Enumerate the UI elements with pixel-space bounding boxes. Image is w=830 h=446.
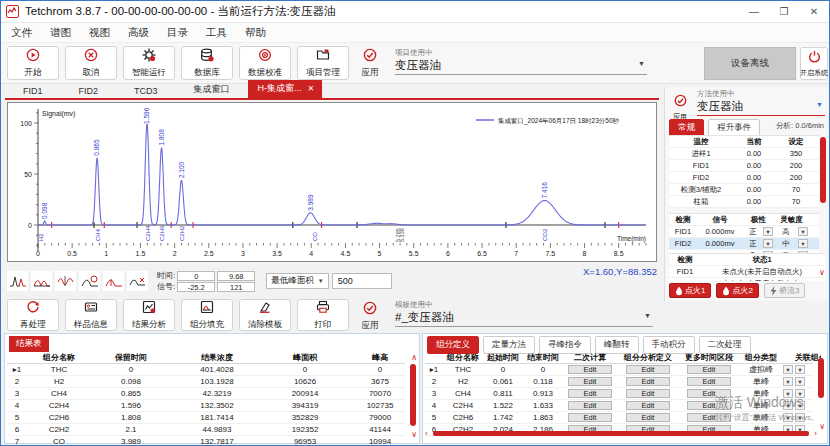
edit-button[interactable]: Edit [568, 365, 612, 374]
ignite-2-button[interactable]: 点火2 [716, 283, 758, 298]
bridge-current-3-button[interactable]: 桥流3 [764, 283, 805, 298]
edit-button[interactable]: Edit [687, 413, 731, 422]
maximize-button[interactable]: ❐ [769, 1, 799, 22]
scroll-right-icon[interactable]: › [814, 430, 817, 438]
table-row[interactable]: 4C2H41.5221.633EditEditEdit单峰▼▼ [425, 400, 813, 412]
integration-tool-icon-3[interactable] [55, 271, 76, 291]
minimize-button[interactable]: — [739, 1, 769, 22]
table-row[interactable]: 6C2H22.144.989319235241144 [7, 424, 405, 436]
edit-button[interactable]: Edit [626, 365, 670, 374]
scroll-down-icon[interactable]: ∨ [411, 431, 417, 439]
edit-button[interactable]: Edit [626, 377, 670, 386]
ignite-1-button[interactable]: 点火1 [669, 283, 711, 298]
dropdown-arrow-icon[interactable]: ▼ [763, 227, 773, 236]
component-vertical-scrollbar[interactable] [818, 358, 824, 398]
table-row[interactable]: 3CH40.8110.913EditEditEdit单峰▼▼ [425, 388, 813, 400]
table-row[interactable]: 2H20.098103.1928106263675 [7, 376, 405, 388]
dropdown-arrow-icon[interactable]: ▼ [795, 401, 805, 410]
dropdown-arrow-icon[interactable]: ▼ [795, 413, 805, 422]
menu-advanced[interactable]: 高级 [128, 26, 149, 40]
min-peak-area-select[interactable]: 最低峰面积 ▼ [266, 273, 328, 289]
edit-button[interactable]: Edit [687, 365, 731, 374]
dropdown-arrow-icon[interactable]: ▼ [783, 377, 793, 386]
table-row[interactable]: 4C2H41.596132.3502394319102735 [7, 400, 405, 412]
integration-tool-icon-1[interactable] [7, 271, 28, 291]
menu-help[interactable]: 帮助 [245, 26, 266, 40]
device-offline-button[interactable]: 设备离线 [704, 47, 796, 80]
edit-button[interactable]: Edit [626, 389, 670, 398]
table-row[interactable]: FID20.00200 [669, 172, 819, 184]
tab-results-table[interactable]: 结果表 [9, 336, 49, 352]
edit-button[interactable]: Edit [568, 401, 612, 410]
smart-run-button[interactable]: 智能运行 [123, 46, 175, 80]
dropdown-arrow-icon[interactable]: ▼ [783, 401, 793, 410]
time-to-field[interactable]: 9.68 [217, 271, 255, 281]
component-horizontal-scrollbar[interactable] [433, 431, 809, 436]
start-system-button[interactable]: 开启系统 [800, 47, 828, 80]
chevron-down-icon[interactable]: ▼ [816, 101, 823, 108]
dropdown-arrow-icon[interactable]: ▼ [783, 389, 793, 398]
scroll-up-icon[interactable]: ∧ [411, 354, 417, 362]
result-analysis-button[interactable]: 结果分析 [123, 299, 175, 331]
edit-button[interactable]: Edit [687, 377, 731, 386]
dropdown-arrow-icon[interactable]: ▼ [798, 239, 808, 248]
integration-tool-icon-2[interactable] [31, 271, 52, 291]
chevron-down-icon[interactable]: ▼ [638, 60, 645, 67]
table-row[interactable]: 检测3/辅助20.0070 [669, 184, 819, 196]
signal-from-field[interactable]: -25.2 [177, 282, 215, 292]
table-row[interactable]: ▸1THC00EditEditEdit虚拟峰▼▼ [425, 364, 813, 376]
data-calibration-button[interactable]: 数据校准 [239, 46, 291, 80]
edit-button[interactable]: Edit [687, 401, 731, 410]
table-row[interactable]: 7CO3.989132.78179695310994 [7, 436, 405, 446]
table-row[interactable]: 2H20.0610.118EditEditEdit单峰▼▼ [425, 376, 813, 388]
print-button[interactable]: 打印 [297, 299, 349, 331]
chevron-down-icon[interactable]: ▼ [644, 312, 651, 319]
table-row[interactable]: 5C2H61.808181.741435282979000 [7, 412, 405, 424]
dropdown-arrow-icon[interactable]: ▼ [795, 377, 805, 386]
method-combo[interactable]: 方法使用中 变压器油▼ [697, 89, 825, 116]
project-combo[interactable]: 项目使用中 变压器油▼ [395, 48, 647, 75]
dropdown-arrow-icon[interactable]: ▼ [798, 227, 808, 236]
close-button[interactable]: ✕ [799, 1, 829, 22]
reprocess-button[interactable]: 再处理 [7, 299, 59, 331]
dropdown-arrow-icon[interactable]: ▼ [783, 365, 793, 374]
database-button[interactable]: 数据库 [181, 46, 233, 80]
dropdown-arrow-icon[interactable]: ▼ [795, 389, 805, 398]
time-from-field[interactable]: 0 [177, 271, 215, 281]
start-button[interactable]: 开始 [7, 46, 59, 80]
menu-catalog[interactable]: 目录 [167, 26, 188, 40]
table-row[interactable]: 5C2H61.7421.863EditEditEdit单峰▼▼ [425, 412, 813, 424]
min-peak-area-input[interactable]: 500 [332, 273, 392, 289]
table-row[interactable]: 进样10.00350 [669, 148, 819, 160]
cancel-button[interactable]: 取消 [65, 46, 117, 80]
signal-to-field[interactable]: 121 [217, 282, 255, 292]
table-row[interactable]: FID2未点火(未开启自动点火) [669, 278, 825, 281]
apply-project-button[interactable]: 应用 [353, 47, 387, 80]
table-row[interactable]: ▸1THC0401.402800 [7, 364, 405, 376]
chromatogram-chart[interactable]: 050100Signal(mv)00.511.522.533.544.555.5… [7, 102, 657, 262]
edit-button[interactable]: Edit [626, 401, 670, 410]
method-vertical-scrollbar[interactable] [820, 137, 826, 203]
dropdown-arrow-icon[interactable]: ▼ [763, 239, 773, 248]
scroll-left-icon[interactable]: ‹ [425, 430, 428, 438]
clear-template-button[interactable]: 清除模板 [239, 299, 291, 331]
template-combo[interactable]: 模板使用中 #_变压器油▼ [395, 300, 653, 327]
sample-info-button[interactable]: 样品信息 [65, 299, 117, 331]
table-row[interactable]: FID10.000mv正▼高▼ [669, 226, 819, 238]
dropdown-arrow-icon[interactable]: ▼ [783, 413, 793, 422]
menu-view[interactable]: 视图 [89, 26, 110, 40]
edit-button[interactable]: Edit [568, 389, 612, 398]
integration-tool-icon-5[interactable] [103, 271, 124, 291]
edit-button[interactable]: Edit [568, 377, 612, 386]
scroll-down-icon[interactable]: ∨ [819, 269, 825, 277]
apply-template-button[interactable]: 应用 [353, 300, 387, 333]
integration-tool-icon-4[interactable] [79, 271, 100, 291]
table-row[interactable]: 柱箱0.0070 [669, 196, 819, 208]
tab-fid1[interactable]: FID1 [5, 85, 61, 98]
component-fill-button[interactable]: 组分填充 [181, 299, 233, 331]
table-row[interactable]: 3CH40.86542.321920091470070 [7, 388, 405, 400]
results-vertical-scrollbar[interactable] [410, 364, 416, 426]
menu-chromatogram[interactable]: 谱图 [50, 26, 71, 40]
table-row[interactable]: FID10.00200 [669, 160, 819, 172]
tab-h-integration-active[interactable]: H-集成窗... ✕ [248, 80, 323, 98]
